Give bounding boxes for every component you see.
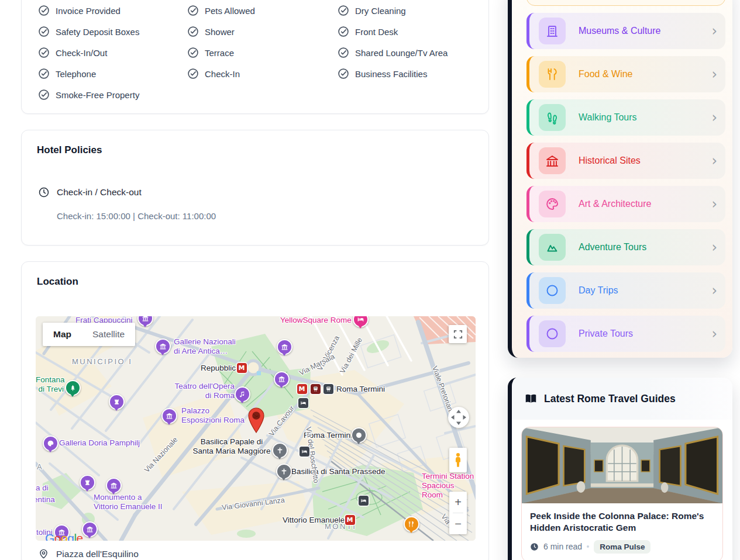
chevron-right-icon: › bbox=[711, 67, 717, 81]
category-label: Private Tours bbox=[579, 329, 633, 339]
article-body: Peek Inside the Colonna Palace: Rome's H… bbox=[522, 503, 722, 560]
station-pin[interactable] bbox=[351, 427, 367, 443]
amenities-card: Invoice ProvidedPets AllowedDry Cleaning… bbox=[21, 0, 489, 114]
palette-pin[interactable] bbox=[43, 435, 58, 451]
pegman-control[interactable] bbox=[449, 448, 467, 472]
address-row: Piazza dell'Esquilino bbox=[38, 548, 139, 559]
amenity-label: Safety Deposit Boxes bbox=[56, 27, 139, 37]
clock-icon bbox=[38, 186, 50, 198]
fullscreen-icon bbox=[453, 330, 463, 339]
category-walking-tours[interactable]: Walking Tours› bbox=[526, 99, 725, 136]
category-food-wine[interactable]: Food & Wine› bbox=[526, 56, 725, 92]
map-pin-icon bbox=[38, 548, 49, 559]
metro-icon: M bbox=[237, 363, 247, 373]
amenity-item: Safety Deposit Boxes bbox=[38, 21, 187, 42]
google-logo: Google bbox=[45, 531, 83, 541]
castle-pin[interactable] bbox=[109, 394, 125, 410]
amenity-label: Terrace bbox=[205, 48, 234, 58]
museum-pin[interactable] bbox=[106, 478, 122, 493]
hotel-detail-page: Invoice ProvidedPets AllowedDry Cleaning… bbox=[0, 0, 740, 560]
meta-dot bbox=[587, 545, 589, 548]
mountain-icon bbox=[539, 234, 566, 261]
pegman-icon bbox=[453, 451, 463, 469]
restaurant-pin[interactable] bbox=[404, 516, 419, 532]
amenity-label: Invoice Provided bbox=[56, 6, 121, 16]
cross-pin[interactable] bbox=[272, 443, 288, 458]
checkin-checkout-row: Check-in / Check-out bbox=[38, 186, 142, 198]
category-label: Art & Architecture bbox=[579, 199, 652, 209]
amenity-label: Shared Lounge/Tv Area bbox=[355, 48, 448, 58]
museum-pin[interactable] bbox=[161, 408, 177, 424]
guide-article-card[interactable]: Peek Inside the Colonna Palace: Rome's H… bbox=[521, 427, 723, 560]
amenity-label: Telephone bbox=[56, 69, 96, 79]
satellite-tab[interactable]: Satellite bbox=[82, 323, 135, 346]
amenity-label: Dry Cleaning bbox=[355, 6, 406, 16]
metro-icon: M bbox=[345, 515, 355, 525]
category-label: Food & Wine bbox=[579, 69, 632, 79]
amenity-item: Front Desk bbox=[338, 21, 472, 42]
castle-pin[interactable] bbox=[80, 475, 95, 490]
museum-pin[interactable] bbox=[277, 339, 292, 355]
category-label: Walking Tours bbox=[579, 112, 637, 123]
amenity-label: Check-In bbox=[205, 69, 240, 79]
destination-marker-icon[interactable] bbox=[247, 407, 265, 435]
category-historical-sites[interactable]: Historical Sites› bbox=[526, 143, 725, 179]
book-icon bbox=[525, 393, 537, 405]
amenity-item: Terrace bbox=[187, 42, 338, 63]
article-title: Peek Inside the Colonna Palace: Rome's H… bbox=[530, 510, 714, 534]
zoom-in-button[interactable]: + bbox=[449, 492, 467, 513]
amenity-label: Pets Allowed bbox=[205, 6, 255, 16]
check-circle-icon bbox=[338, 5, 349, 16]
pan-arrows-icon bbox=[448, 407, 469, 428]
travel-guides-panel: Latest Rome Travel Guides bbox=[508, 378, 732, 560]
category-label: Adventure Tours bbox=[579, 242, 646, 253]
amenity-label: Business Facilities bbox=[355, 69, 427, 79]
cross-pin[interactable] bbox=[276, 464, 292, 479]
category-private-tours[interactable]: Private Tours› bbox=[526, 316, 725, 352]
hotel-policies-card: Hotel Policies Check-in / Check-out Chec… bbox=[21, 130, 489, 246]
check-circle-icon bbox=[38, 89, 50, 101]
landmark-icon bbox=[539, 147, 566, 174]
check-circle-icon bbox=[187, 47, 199, 58]
amenity-item: Invoice Provided bbox=[38, 0, 187, 21]
lodging-icon bbox=[298, 398, 308, 408]
amenity-label: Shower bbox=[205, 27, 235, 37]
check-circle-icon bbox=[38, 47, 50, 58]
chevron-right-icon: › bbox=[711, 284, 717, 298]
clock-icon bbox=[530, 542, 539, 551]
chevron-right-icon: › bbox=[711, 240, 717, 254]
amenity-item: Shower bbox=[187, 21, 338, 42]
pan-control[interactable] bbox=[448, 407, 469, 428]
category-museums-culture[interactable]: Museums & Culture› bbox=[526, 13, 725, 49]
circle-icon bbox=[539, 277, 566, 304]
music-pin[interactable] bbox=[235, 386, 250, 402]
zoom-control: + − bbox=[449, 492, 467, 534]
tree-pin[interactable] bbox=[65, 380, 81, 396]
chevron-right-icon: › bbox=[711, 327, 717, 341]
category-art-architecture[interactable]: Art & Architecture› bbox=[526, 186, 725, 222]
check-circle-icon bbox=[38, 68, 50, 79]
museum-pin[interactable] bbox=[82, 521, 98, 537]
category-adventure-tours[interactable]: Adventure Tours› bbox=[526, 229, 725, 265]
zoom-out-button[interactable]: − bbox=[449, 513, 467, 534]
amenity-label: Check-In/Out bbox=[56, 48, 107, 58]
amenity-item: Check-In bbox=[187, 63, 338, 84]
museum-pin[interactable] bbox=[274, 371, 290, 387]
google-map[interactable]: Frati CappucciniYellowSquare RomeGalleri… bbox=[36, 316, 476, 541]
category-card-partial[interactable] bbox=[526, 0, 725, 6]
lodging-icon bbox=[300, 447, 309, 457]
amenities-grid: Invoice ProvidedPets AllowedDry Cleaning… bbox=[38, 0, 472, 105]
check-circle-icon bbox=[38, 26, 50, 37]
category-label: Museums & Culture bbox=[579, 26, 661, 36]
lodging-icon bbox=[359, 496, 369, 506]
train-icon bbox=[311, 384, 321, 394]
chevron-right-icon: › bbox=[711, 110, 717, 125]
travel-guides-title: Latest Rome Travel Guides bbox=[544, 393, 676, 405]
chevron-right-icon: › bbox=[711, 154, 717, 168]
map-tab[interactable]: Map bbox=[43, 323, 82, 346]
museum-pin[interactable] bbox=[155, 338, 171, 354]
location-card: Location bbox=[21, 261, 489, 560]
category-day-trips[interactable]: Day Trips› bbox=[526, 272, 725, 309]
fullscreen-button[interactable] bbox=[449, 325, 467, 343]
amenity-item: Check-In/Out bbox=[38, 42, 187, 63]
